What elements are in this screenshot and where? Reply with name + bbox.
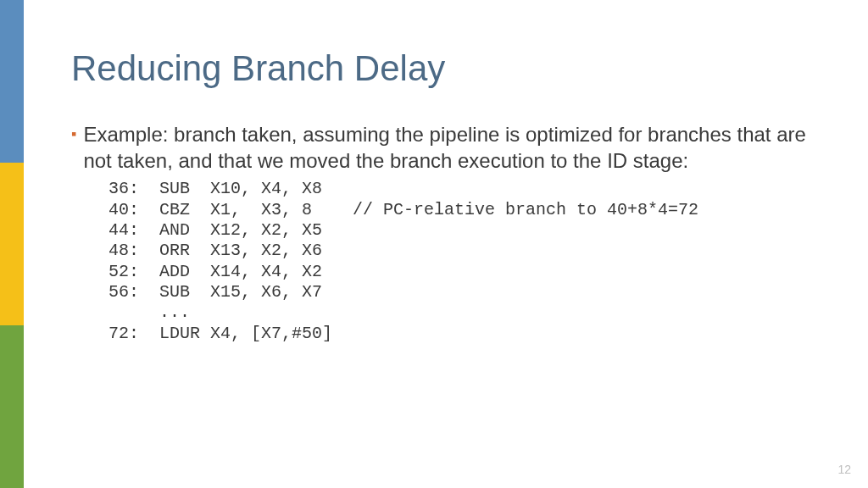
code-block: 36: SUB X10, X4, X8 40: CBZ X1, X3, 8 //… [108,179,834,344]
code-line: 48: ORR X13, X2, X6 [108,241,322,260]
code-line: 44: AND X12, X2, X5 [108,220,322,240]
code-line: 72: LDUR X4, [X7,#50] [108,324,332,343]
code-line: 56: SUB X15, X6, X7 [108,282,322,302]
page-number: 12 [837,463,851,476]
code-line: ... [108,302,190,322]
bullet-marker-icon: ▪ [71,125,76,144]
sidebar-segment-yellow [0,163,24,325]
slide-title: Reducing Branch Delay [71,49,834,88]
bullet-text: Example: branch taken, assuming the pipe… [83,122,834,174]
code-line: 52: ADD X14, X4, X2 [108,262,322,281]
slide-content: Reducing Branch Delay ▪ Example: branch … [71,49,834,344]
code-line: 40: CBZ X1, X3, 8 // PC-relative branch … [108,200,698,219]
sidebar-segment-blue [0,0,24,163]
code-line: 36: SUB X10, X4, X8 [108,179,322,198]
bullet-item: ▪ Example: branch taken, assuming the pi… [71,122,834,174]
accent-sidebar [0,0,24,488]
sidebar-segment-green [0,325,24,488]
